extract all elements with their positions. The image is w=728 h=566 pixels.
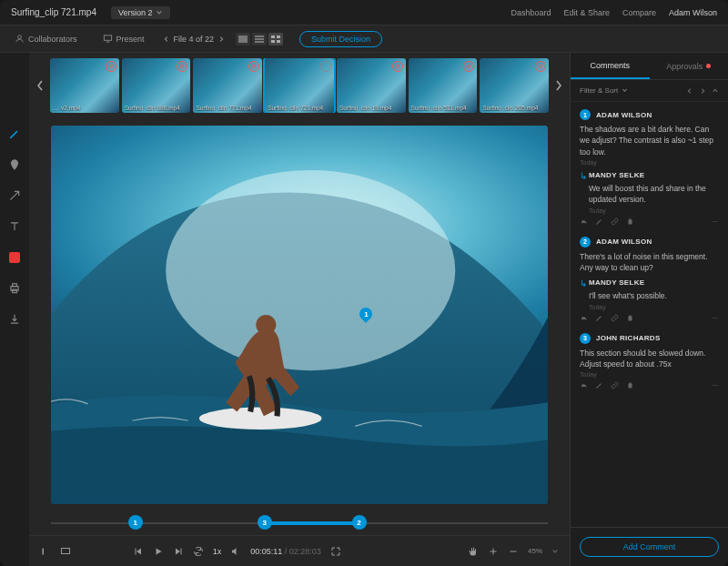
next-file-icon[interactable] bbox=[217, 35, 225, 43]
chevron-down-icon[interactable] bbox=[551, 548, 559, 555]
tab-approvals[interactable]: Approvals bbox=[650, 53, 729, 79]
filmstrip-next[interactable] bbox=[551, 79, 566, 92]
comment-body: There's a lot of noise in this segment. … bbox=[580, 251, 719, 274]
fullscreen-icon[interactable] bbox=[330, 546, 341, 557]
view-list[interactable] bbox=[252, 33, 267, 45]
user-menu[interactable]: Adam Wilson bbox=[669, 8, 717, 17]
view-single[interactable] bbox=[236, 33, 250, 45]
svg-rect-1 bbox=[104, 35, 111, 41]
nav-dashboard[interactable]: Dashboard bbox=[511, 8, 551, 17]
edit-action-icon[interactable] bbox=[595, 381, 603, 391]
reply-action-icon[interactable] bbox=[580, 314, 588, 324]
more-action-icon[interactable] bbox=[711, 381, 719, 391]
delete-action-icon[interactable] bbox=[626, 217, 634, 227]
collaborators-button[interactable]: Collaborators bbox=[7, 31, 85, 46]
thumbnail[interactable]: Surfing_clip 886.mp4 bbox=[122, 58, 191, 113]
screen-icon[interactable] bbox=[60, 546, 71, 557]
svg-rect-26 bbox=[180, 548, 181, 554]
nav-compare[interactable]: Compare bbox=[622, 8, 656, 17]
rejected-icon bbox=[177, 61, 187, 72]
more-action-icon[interactable] bbox=[711, 314, 719, 324]
timeline[interactable]: 132 bbox=[29, 511, 570, 535]
thumb-label: Surfing_clip 886.mp4 bbox=[125, 105, 188, 111]
annotation-marker-1[interactable]: 1 bbox=[359, 308, 374, 326]
prev-comment-icon[interactable] bbox=[686, 87, 693, 95]
loop-icon[interactable] bbox=[193, 546, 204, 557]
present-button[interactable]: Present bbox=[96, 31, 152, 46]
pen-tool[interactable] bbox=[6, 126, 23, 142]
tab-comments[interactable]: Comments bbox=[571, 53, 650, 79]
view-mode-buttons bbox=[236, 33, 283, 45]
reply-arrow-icon: ↳ bbox=[580, 171, 587, 181]
filmstrip-prev[interactable] bbox=[33, 79, 47, 92]
loop-start-icon[interactable] bbox=[40, 546, 51, 557]
collapse-icon[interactable] bbox=[712, 87, 719, 95]
svg-rect-25 bbox=[135, 548, 136, 554]
thumbnail[interactable]: Surfing_clip 771.mp4 bbox=[193, 58, 262, 113]
version-selector[interactable]: Version 2 bbox=[111, 6, 171, 19]
comment-actions bbox=[580, 314, 719, 324]
video-frame[interactable]: 1 bbox=[51, 126, 548, 504]
print-tool[interactable] bbox=[6, 280, 23, 297]
zoom-in-icon[interactable] bbox=[488, 546, 499, 557]
thumbnail[interactable]: Surfing_clip 19.mp4 bbox=[337, 58, 406, 113]
rejected-icon bbox=[392, 61, 403, 72]
comment-body: The shadows are a bit dark here. Can we … bbox=[580, 124, 719, 157]
reply-time: Today bbox=[589, 304, 719, 310]
view-grid[interactable] bbox=[268, 33, 283, 45]
volume-icon[interactable] bbox=[230, 546, 241, 557]
arrow-tool[interactable] bbox=[6, 187, 23, 204]
color-swatch[interactable] bbox=[6, 249, 23, 266]
comment-reply: ↳MANDY SELKEWe will boost this and share… bbox=[589, 171, 719, 214]
thumbnail[interactable]: ..._v2.mp4 bbox=[50, 58, 119, 113]
next-comment-icon[interactable] bbox=[699, 87, 706, 95]
topbar: Surfing_clip 721.mp4 Version 2 Dashboard… bbox=[0, 0, 728, 25]
comment-badge: 3 bbox=[580, 333, 591, 344]
svg-point-30 bbox=[712, 317, 713, 318]
submit-decision-button[interactable]: Submit Decision bbox=[299, 31, 382, 47]
add-comment-button[interactable]: Add Comment bbox=[580, 537, 719, 557]
rejected-icon bbox=[535, 61, 546, 72]
link-action-icon[interactable] bbox=[611, 314, 619, 324]
thumb-label: Surfing_clip 205.mp4 bbox=[482, 105, 546, 111]
edit-action-icon[interactable] bbox=[595, 314, 603, 324]
thumbnail[interactable]: Surfing_clip 721.mp4 bbox=[265, 58, 334, 113]
thumbnail[interactable]: Surfing_clip 511.mp4 bbox=[409, 58, 478, 113]
reply-arrow-icon: ↳ bbox=[580, 278, 587, 288]
timeline-marker[interactable]: 1 bbox=[128, 515, 143, 530]
comment-author: ADAM WILSON bbox=[596, 238, 652, 246]
step-forward-icon[interactable] bbox=[173, 546, 184, 557]
timeline-marker[interactable]: 2 bbox=[352, 515, 367, 530]
user-icon bbox=[15, 34, 25, 44]
step-back-icon[interactable] bbox=[133, 546, 144, 557]
edit-action-icon[interactable] bbox=[595, 217, 603, 227]
present-icon bbox=[103, 34, 113, 44]
timeline-marker[interactable]: 3 bbox=[258, 515, 272, 530]
delete-action-icon[interactable] bbox=[626, 314, 634, 324]
delete-action-icon[interactable] bbox=[626, 381, 634, 391]
reply-action-icon[interactable] bbox=[580, 381, 588, 391]
zoom-out-icon[interactable] bbox=[508, 546, 519, 557]
filter-sort[interactable]: Filter & Sort bbox=[571, 80, 728, 102]
comment-author: JOHN RICHARDS bbox=[596, 334, 661, 342]
reply-body: I'll see what's possible. bbox=[589, 290, 719, 301]
link-action-icon[interactable] bbox=[611, 381, 619, 391]
play-icon[interactable] bbox=[153, 546, 164, 557]
reply-action-icon[interactable] bbox=[580, 217, 588, 227]
thumb-label: Surfing_clip 721.mp4 bbox=[268, 105, 331, 111]
text-tool[interactable] bbox=[6, 218, 23, 235]
thumbnail[interactable]: Surfing_clip 205.mp4 bbox=[480, 58, 549, 113]
svg-point-21 bbox=[199, 408, 322, 430]
comment-thread: 1ADAM WILSONThe shadows are a bit dark h… bbox=[580, 109, 719, 227]
playback-controls: 1x 00:05:11 / 02:28:03 45% bbox=[29, 535, 570, 566]
svg-point-20 bbox=[166, 170, 455, 370]
prev-file-icon[interactable] bbox=[163, 35, 170, 43]
download-tool[interactable] bbox=[6, 311, 23, 328]
more-action-icon[interactable] bbox=[711, 217, 719, 227]
speed-label[interactable]: 1x bbox=[213, 547, 222, 556]
nav-edit-share[interactable]: Edit & Share bbox=[563, 8, 610, 17]
pin-tool[interactable] bbox=[6, 157, 23, 173]
thumb-label: Surfing_clip 771.mp4 bbox=[196, 105, 259, 111]
link-action-icon[interactable] bbox=[611, 217, 619, 227]
hand-icon[interactable] bbox=[468, 546, 479, 557]
